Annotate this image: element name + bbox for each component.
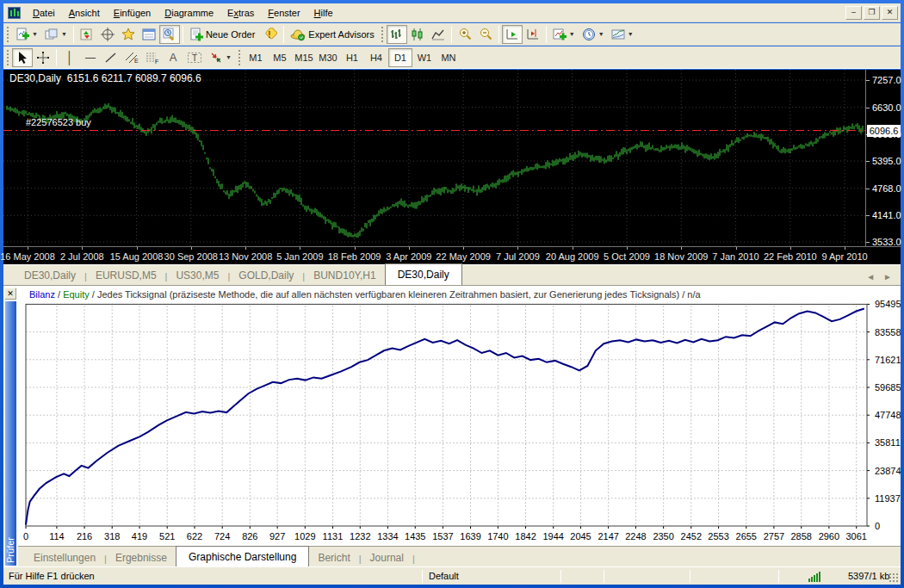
open-order-label: #22576523 buy: [26, 117, 91, 127]
chart-shift-button[interactable]: [523, 25, 543, 44]
chart-tab-eurusd-m5[interactable]: EURUSD,M5: [87, 266, 165, 285]
tester-tab-einstellungen[interactable]: Einstellungen: [25, 548, 104, 567]
equity-x-tick: 1842: [515, 531, 536, 542]
timeframe-mn[interactable]: MN: [437, 48, 461, 67]
bar-chart-button[interactable]: [387, 25, 407, 44]
tab-scroll-left-icon[interactable]: ◄: [866, 272, 875, 282]
zoom-out-button[interactable]: [475, 25, 496, 44]
time-axis[interactable]: 16 May 20082 Jul 200815 Aug 200830 Sep 2…: [3, 246, 901, 264]
connection-status-icon: [808, 572, 820, 582]
price-tick: 5395.0: [872, 156, 901, 166]
tester-side-bar[interactable]: [5, 301, 16, 566]
toolbar-grip[interactable]: [238, 49, 241, 66]
equity-y-tick: 47748: [875, 410, 901, 420]
equity-x-tick: 724: [214, 531, 230, 542]
templates-button[interactable]: ▼: [608, 25, 637, 44]
candlestick-chart-button[interactable]: [407, 25, 428, 44]
close-button[interactable]: ✕: [882, 6, 898, 20]
navigator-button[interactable]: [118, 25, 139, 44]
timeframe-m30[interactable]: M30: [316, 48, 340, 67]
tester-tab-journal[interactable]: Journal: [362, 548, 412, 567]
chart-ohlc: 6151.6 6211.7 6089.7 6096.6: [67, 72, 201, 84]
chart-tab-bund10y-h1[interactable]: BUND10Y,H1: [305, 266, 384, 285]
menu-hilfe[interactable]: Hilfe: [307, 5, 340, 21]
menu-fenster[interactable]: Fenster: [261, 5, 306, 21]
tab-scroll-right-icon[interactable]: ►: [883, 272, 892, 282]
menu-datei[interactable]: Datei: [26, 5, 62, 21]
toolbar-grip[interactable]: [6, 26, 9, 43]
timeframe-h4[interactable]: H4: [364, 48, 388, 67]
tester-tab-bericht[interactable]: Bericht: [309, 548, 358, 567]
timeframe-m5[interactable]: M5: [268, 48, 292, 67]
menu-einfügen[interactable]: Einfügen: [107, 5, 158, 21]
timeframe-w1[interactable]: W1: [412, 48, 437, 67]
terminal-icon: [142, 28, 156, 41]
new-order-button[interactable]: Neue Order: [186, 25, 258, 44]
restore-button[interactable]: ❐: [864, 6, 880, 20]
market-watch-button[interactable]: [77, 25, 97, 44]
text-label-button[interactable]: T: [183, 48, 206, 67]
tab-scroll-buttons: ◄ ►: [858, 272, 901, 285]
status-profile[interactable]: Default: [424, 567, 560, 585]
toolbar-grip[interactable]: [381, 26, 384, 43]
time-tick: 15 Aug 2008: [110, 251, 164, 262]
menu-diagramme[interactable]: Diagramme: [158, 5, 220, 21]
crosshair-button[interactable]: [33, 48, 53, 67]
navigator-icon: [121, 28, 135, 41]
vertical-line-button[interactable]: │: [59, 48, 80, 67]
time-tick: 2 Jul 2008: [60, 251, 104, 262]
trendline-button[interactable]: [101, 48, 121, 67]
equity-graph-canvas[interactable]: [18, 286, 901, 546]
line-chart-button[interactable]: [428, 25, 449, 44]
periods-button[interactable]: ▼: [579, 25, 608, 44]
timeframe-h1[interactable]: H1: [340, 48, 364, 67]
tester-close-button[interactable]: ✕: [4, 288, 16, 300]
timeframe-d1[interactable]: D1: [388, 48, 412, 67]
horizontal-line-button[interactable]: —: [80, 48, 101, 67]
chart-window[interactable]: DE30,Daily 6151.6 6211.7 6089.7 6096.6 #…: [3, 70, 901, 264]
terminal-button[interactable]: [139, 25, 159, 44]
timeframe-m15[interactable]: M15: [292, 48, 316, 67]
time-tick: 9 Apr 2010: [821, 251, 867, 262]
tester-tab-graphische-darstellung[interactable]: Graphische Darstellung: [176, 546, 309, 567]
timeframe-m1[interactable]: M1: [244, 48, 268, 67]
minimize-button[interactable]: –: [845, 6, 862, 20]
expert-advisors-button[interactable]: Expert Advisors: [287, 25, 377, 44]
equity-y-tick: 83558: [875, 327, 901, 337]
time-tick: 20 Aug 2009: [546, 251, 599, 262]
fibonacci-button[interactable]: F: [142, 48, 163, 67]
chart-tab-de30-daily[interactable]: DE30,Daily: [385, 263, 462, 285]
toolbar-grip[interactable]: [6, 49, 9, 66]
menu-ansicht[interactable]: Ansicht: [62, 5, 107, 21]
auto-scroll-button[interactable]: [502, 25, 523, 44]
new-chart-button[interactable]: ▼: [12, 25, 41, 44]
equity-y-tick: 71621: [875, 355, 901, 365]
chart-title: DE30,Daily 6151.6 6211.7 6089.7 6096.6: [9, 72, 201, 84]
indicators-button[interactable]: ▼: [549, 25, 579, 44]
profiles-button[interactable]: ▼: [41, 25, 71, 44]
cursor-button[interactable]: [12, 48, 33, 67]
metaeditor-button[interactable]: !: [258, 25, 281, 44]
arrows-button[interactable]: ▼: [206, 48, 235, 67]
chart-window-icon: [8, 7, 21, 19]
equity-x-tick: 2147: [598, 531, 618, 542]
trendline-icon: [104, 51, 118, 65]
menu-extras[interactable]: Extras: [220, 5, 261, 21]
text-button[interactable]: A: [163, 48, 183, 67]
equity-x-tick: 2960: [819, 531, 839, 542]
strategy-tester-button[interactable]: [159, 25, 180, 44]
price-chart-canvas[interactable]: [3, 70, 865, 246]
chart-tab-us30-m5[interactable]: US30,M5: [167, 266, 227, 285]
equity-x-tick: 2248: [625, 531, 646, 542]
price-axis[interactable]: 7257.06630.06003.05395.04768.04141.03533…: [865, 70, 901, 246]
zoom-in-button[interactable]: [455, 25, 475, 44]
chart-tab-de30-daily[interactable]: DE30,Daily: [15, 266, 84, 285]
tester-tab-ergebnisse[interactable]: Ergebnisse: [107, 548, 176, 567]
resize-grip[interactable]: [888, 572, 899, 583]
chart-tab-gold-daily[interactable]: GOLD,Daily: [230, 266, 302, 285]
legend-mode: Jedes Ticksignal (präziseste Methode, di…: [97, 289, 679, 300]
time-tick: 7 Jan 2010: [712, 251, 758, 262]
equity-x-tick: 2655: [736, 531, 757, 542]
equidistant-channel-button[interactable]: E: [121, 48, 142, 67]
data-window-button[interactable]: [97, 25, 118, 44]
